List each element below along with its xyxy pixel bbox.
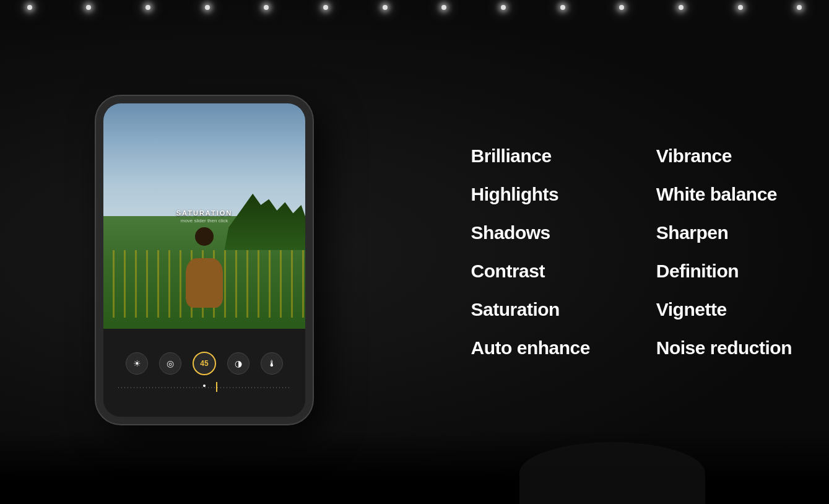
feature-noise-reduction: Noise reduction <box>656 337 792 358</box>
stage-light <box>738 5 743 10</box>
feature-right-column: Vibrance White balance Sharpen Definitio… <box>656 146 792 358</box>
stage-light <box>323 5 328 10</box>
feature-vibrance: Vibrance <box>656 146 792 167</box>
stage-light <box>145 5 150 10</box>
stage-light <box>86 5 91 10</box>
stage-light <box>619 5 624 10</box>
audience-silhouette <box>0 430 829 504</box>
controls-area: ☀ ◎ 45 ◑ 🌡 <box>103 329 305 417</box>
slider-ticks <box>118 387 290 388</box>
feature-vignette: Vignette <box>656 299 792 320</box>
feature-definition: Definition <box>656 261 792 282</box>
feature-list: Brilliance Highlights Shadows Contrast S… <box>471 146 792 358</box>
control-buttons: ☀ ◎ 45 ◑ 🌡 <box>126 352 283 375</box>
stage-light <box>27 5 32 10</box>
audience-head <box>519 442 705 504</box>
color-button[interactable]: ◑ <box>227 352 250 375</box>
feature-white-balance: White balance <box>656 184 792 205</box>
stage-light <box>264 5 269 10</box>
stage-light <box>679 5 684 10</box>
stage-light <box>383 5 388 10</box>
feature-auto-enhance: Auto enhance <box>471 337 607 358</box>
value-display: 45 <box>193 352 216 375</box>
saturation-title: SATURATION <box>176 209 232 217</box>
phone-frame: SATURATION move slider then click ☀ ◎ 45… <box>96 96 313 424</box>
slider-dot <box>203 385 206 387</box>
stage-light <box>205 5 210 10</box>
feature-left-column: Brilliance Highlights Shadows Contrast S… <box>471 146 607 358</box>
exposure-button[interactable]: ◎ <box>159 352 181 375</box>
stage-light <box>560 5 565 10</box>
feature-shadows: Shadows <box>471 222 607 243</box>
figure-head <box>195 227 214 246</box>
stage-light <box>501 5 506 10</box>
feature-sharpen: Sharpen <box>656 222 792 243</box>
phone-mockup: SATURATION move slider then click ☀ ◎ 45… <box>96 96 313 424</box>
feature-saturation: Saturation <box>471 299 607 320</box>
brightness-button[interactable]: ☀ <box>126 352 148 375</box>
slider-indicator <box>216 382 217 392</box>
feature-brilliance: Brilliance <box>471 146 607 167</box>
saturation-subtitle: move slider then click <box>176 218 232 224</box>
person-figure <box>180 227 229 295</box>
temperature-button[interactable]: 🌡 <box>261 352 283 375</box>
photo-area: SATURATION move slider then click <box>103 103 305 329</box>
stage-lights <box>0 0 829 37</box>
saturation-overlay: SATURATION move slider then click <box>176 209 232 224</box>
feature-contrast: Contrast <box>471 261 607 282</box>
slider-track[interactable] <box>118 381 290 394</box>
stage-light <box>797 5 802 10</box>
stage-light <box>441 5 446 10</box>
feature-highlights: Highlights <box>471 184 607 205</box>
figure-body <box>186 258 223 308</box>
phone-screen: SATURATION move slider then click ☀ ◎ 45… <box>103 103 305 417</box>
